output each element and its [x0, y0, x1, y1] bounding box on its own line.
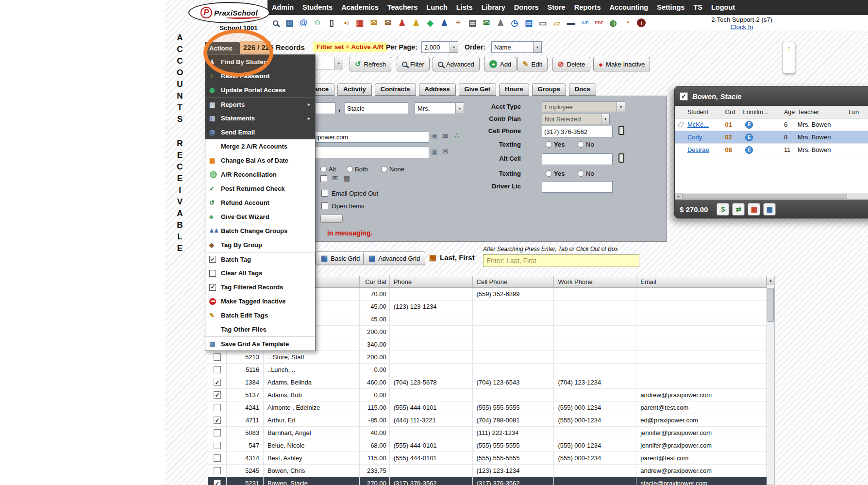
row-checkbox[interactable] — [214, 417, 221, 424]
table-row-selected[interactable]: 5231Bowen, Stacie270.00(317) 376-3562(31… — [208, 477, 767, 485]
table-row[interactable]: 547Belue, Nicole68.00(555) 444-0101(555)… — [208, 439, 767, 452]
first-name-field[interactable]: Stacie — [345, 102, 408, 114]
grid-icon[interactable]: ▦ — [284, 17, 295, 29]
table-row[interactable]: 4314Best, Ashley115.00(555) 444-0101(555… — [208, 452, 767, 465]
texting2-no-radio[interactable] — [578, 170, 584, 177]
row-checkbox[interactable] — [214, 366, 221, 373]
mobile-icon[interactable]: ▯ — [326, 17, 337, 29]
header-email[interactable]: Email — [636, 276, 767, 287]
header-work-phone[interactable]: Work Phone — [554, 276, 636, 287]
filter-button[interactable]: Filter — [397, 57, 430, 71]
per-page-select[interactable]: 2,000 ▾ — [421, 41, 458, 53]
calculator-icon[interactable]: ▤ — [467, 17, 478, 29]
driver-lic-field[interactable] — [542, 181, 613, 193]
row-checkbox[interactable] — [214, 404, 221, 411]
actions-button[interactable]: Actions — [205, 42, 240, 54]
nav-item-ts[interactable]: TS — [689, 0, 707, 15]
menu-merge-ar-accounts[interactable]: Merge 2 A/R Accounts — [205, 139, 315, 153]
row-checkbox[interactable] — [214, 454, 221, 462]
table-row[interactable]: 5245Bowen, Chris233.75(123) 123-1234andr… — [208, 465, 767, 477]
nav-item-lists[interactable]: Lists — [452, 0, 477, 15]
menu-update-portal-access[interactable]: ◍Update Portal Access — [205, 83, 315, 97]
search-icon[interactable] — [269, 17, 281, 29]
keyboard-icon[interactable]: ▭ — [537, 17, 549, 29]
burger-icon[interactable]: ≡ — [452, 17, 464, 29]
nav-item-store[interactable]: Store — [543, 0, 570, 15]
table-row[interactable]: 5213...Store, Staff200.00 — [208, 351, 767, 364]
email-opted-out-checkbox[interactable] — [321, 190, 328, 197]
scroll-top-widget[interactable]: ↑ — [783, 42, 795, 74]
copy-icon[interactable]: ▣ — [431, 132, 437, 140]
header-phone[interactable]: Phone — [390, 276, 473, 287]
nav-item-academics[interactable]: Academics — [337, 0, 383, 15]
card-icon[interactable]: ▬ — [565, 17, 577, 29]
tab-docs[interactable]: Docs — [569, 83, 596, 96]
menu-statements[interactable]: ▥Statements► — [205, 111, 315, 125]
header-cell-phone[interactable]: Cell Phone — [473, 276, 554, 287]
contr-plan-select[interactable]: Not Selected ▾ — [542, 114, 610, 124]
nav-item-settings[interactable]: Settings — [652, 0, 689, 15]
info-icon[interactable]: i — [635, 17, 647, 29]
mobile-phone-icon[interactable] — [618, 126, 624, 135]
menu-tag-filtered-records[interactable]: ✓Tag Filtered Records — [205, 280, 315, 294]
scroll-left-icon[interactable]: ◄ — [675, 193, 682, 200]
chevron-down-icon[interactable]: ▾ — [450, 42, 458, 52]
edit-button[interactable]: ✎ Edit — [517, 57, 548, 71]
pdf-icon[interactable]: PDF — [593, 17, 605, 29]
texting-yes-radio[interactable] — [546, 141, 552, 148]
cell-phone-field[interactable]: (317) 376-3562 — [542, 126, 613, 137]
acct-type-select[interactable]: Employee ▾ — [542, 101, 625, 112]
row-checkbox[interactable] — [214, 442, 221, 449]
radio-alt[interactable] — [320, 166, 327, 172]
tab-groups[interactable]: Groups — [532, 83, 566, 96]
email-at-icon[interactable]: @ — [298, 17, 309, 29]
chevron-down-icon[interactable]: ▾ — [455, 103, 464, 114]
student-link[interactable]: Desirae — [687, 146, 709, 153]
scroll-up-icon[interactable]: ▲ — [767, 276, 774, 284]
tab-contracts[interactable]: Contracts — [375, 83, 416, 96]
row-checkbox[interactable] — [214, 379, 221, 386]
menu-give-get-wizard[interactable]: ♣Give Get Wizard — [205, 210, 315, 224]
ap-icon[interactable]: A/P — [579, 17, 591, 29]
printer-icon[interactable]: ▤ — [344, 174, 350, 182]
vertical-scrollbar[interactable]: ▲ — [767, 276, 775, 485]
mini-button[interactable] — [320, 215, 343, 223]
table-row[interactable]: 5137Adams, Bob0.00andrew@praxipower.com — [208, 389, 767, 401]
hscroll-thumb[interactable] — [682, 194, 847, 199]
menu-save-grid-as-template[interactable]: ▦Save Grid As Template — [205, 336, 315, 351]
add-button[interactable]: + Add — [484, 57, 517, 71]
table-row[interactable]: 5083Barnhart, Angel40.00(111) 222-1234je… — [208, 427, 767, 439]
clock-icon[interactable]: ◷ — [509, 17, 520, 29]
radio-both[interactable] — [347, 166, 353, 172]
ledger-icon[interactable]: ▤ — [763, 203, 776, 216]
texting-no-radio[interactable] — [578, 141, 584, 148]
menu-tag-by-group[interactable]: ◆Tag By Group — [205, 238, 315, 252]
gem-icon[interactable]: ◆ — [424, 17, 436, 29]
mail-icon[interactable]: ✉ — [442, 132, 448, 140]
mail-send-icon[interactable]: ✉ — [368, 17, 380, 29]
chevron-down-icon[interactable]: ▾ — [533, 42, 541, 52]
chevron-down-icon[interactable]: ▾ — [334, 57, 343, 69]
nav-item-lunch[interactable]: Lunch — [422, 0, 452, 15]
table-row[interactable]: 4241Almonte , Edelnize115.00(555) 444-01… — [208, 401, 767, 414]
make-inactive-button[interactable]: ● Make Inactive — [593, 57, 650, 71]
menu-batch-tag[interactable]: ✓Batch Tag — [205, 252, 315, 266]
chevron-down-icon[interactable]: ▾ — [617, 102, 625, 112]
person-blue-icon[interactable]: ♟ — [438, 17, 450, 29]
advanced-grid-button[interactable]: ▦ Advanced Grid — [363, 251, 425, 265]
mail-option-checkbox[interactable] — [320, 175, 327, 182]
mail-forward-icon[interactable]: ✉ — [382, 17, 394, 29]
menu-post-returned-check[interactable]: ✓Post Returned Check — [205, 182, 315, 196]
row-checkbox[interactable] — [214, 429, 221, 436]
folder-icon[interactable]: ▱ — [551, 17, 563, 29]
nav-item-admin[interactable]: Admin — [267, 0, 298, 15]
globe-icon[interactable]: ◍ — [607, 17, 619, 29]
refund-icon[interactable]: ⇄ — [732, 203, 745, 216]
student-link[interactable]: Cody — [687, 134, 702, 141]
mobile-phone-icon[interactable] — [618, 153, 624, 163]
menu-send-email[interactable]: @Send Email — [205, 125, 315, 139]
chevron-down-icon[interactable]: ▾ — [601, 114, 609, 124]
menu-tag-other-files[interactable]: Tag Other Files — [205, 322, 315, 336]
tab-hours[interactable]: Hours — [499, 83, 529, 96]
menu-reset-password[interactable]: ♀Reset Password — [205, 69, 315, 83]
